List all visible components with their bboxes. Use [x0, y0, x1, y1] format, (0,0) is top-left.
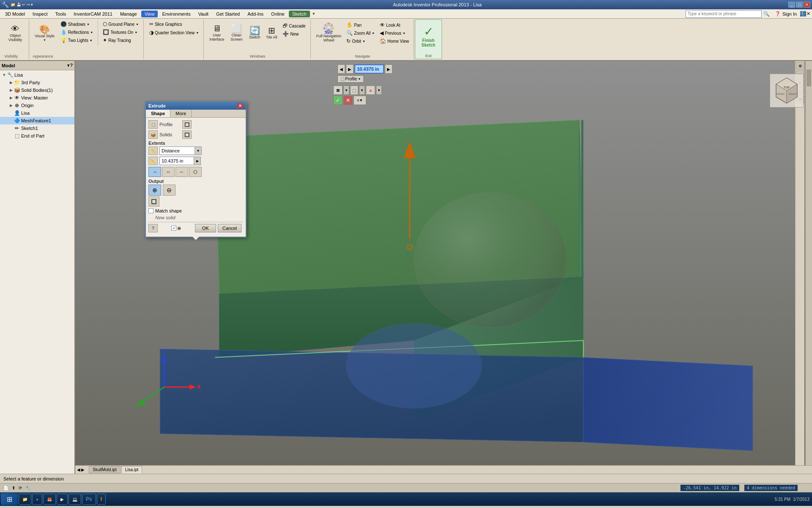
help-icon[interactable]: ❓ — [775, 11, 781, 17]
extrude-dir-2-btn[interactable]: ↔ — [162, 167, 175, 177]
minimize-btn[interactable]: _ — [788, 2, 795, 8]
orbit-btn[interactable]: ↻ Orbit ▼ — [344, 37, 377, 45]
extrude-tab-more[interactable]: More — [170, 110, 192, 117]
previous-btn[interactable]: ◀ Previous ▼ — [378, 29, 411, 37]
pan-btn[interactable]: ✋ Pan — [344, 21, 377, 29]
search-icon[interactable]: 🔍 — [763, 11, 770, 17]
tree-item-3rdparty[interactable]: ▶ 📁 3rd Party — [0, 79, 74, 86]
extrude-help-btn[interactable]: ? — [148, 224, 158, 232]
user-interface-btn[interactable]: 🖥 User Interface — [207, 20, 226, 45]
status-icon-1[interactable]: 📄 — [3, 486, 8, 490]
shadows-btn[interactable]: 🌑 Shadows ▼ — [58, 20, 95, 28]
menu-vault[interactable]: Vault — [195, 11, 212, 17]
taskbar-virtual-btn[interactable]: 💻 — [69, 494, 81, 505]
home-view-btn[interactable]: 🏠 Home View — [378, 37, 411, 45]
vp-arrow-btn[interactable]: ▶ — [385, 64, 392, 74]
menu-inspect[interactable]: Inspect — [29, 11, 51, 17]
extrude-cut-btn[interactable]: ⊖ — [163, 185, 176, 196]
object-visibility-btn[interactable]: 👁 ObjectVisibility — [4, 20, 26, 46]
status-icon-2[interactable]: ⬆ — [12, 486, 15, 490]
menu-addins[interactable]: Add-Ins — [244, 11, 267, 17]
extrude-profile-select-btn[interactable]: 🔲 — [182, 120, 192, 129]
tile-all-btn[interactable]: ⊞ Tile All — [263, 20, 280, 45]
extrude-type-icon[interactable]: 📏 — [148, 146, 158, 155]
zoom-all-btn[interactable]: 🔍 Zoom All ▼ — [344, 29, 377, 37]
menu-view[interactable]: View — [141, 11, 158, 17]
extrude-ok-btn[interactable]: OK — [195, 224, 216, 232]
extrude-join-btn[interactable]: ⊕ — [148, 185, 161, 196]
vpt3-confirm-btn[interactable]: ✓ — [333, 96, 343, 105]
taskbar-explorer-btn[interactable]: 📁 — [19, 494, 31, 505]
extrude-value-arrow[interactable]: ▶ — [194, 157, 200, 165]
vpt-btn3[interactable]: 🔺 — [366, 86, 375, 95]
menu-inventorcam[interactable]: InventorCAM 2011 — [70, 11, 116, 17]
taskbar-inventor-btn[interactable]: I — [97, 494, 106, 505]
taskbar-media-btn[interactable]: ▶ — [57, 494, 68, 505]
tree-item-lisa[interactable]: 👤 Lisa — [0, 109, 74, 117]
extrude-match-shape-checkbox[interactable] — [148, 208, 154, 213]
vpt-dropdown2[interactable]: ▼ — [359, 86, 365, 95]
extrude-profile-icon[interactable]: ⬚ — [148, 120, 158, 129]
vpt-btn2[interactable]: ⬚ — [350, 86, 358, 95]
visual-style-btn[interactable]: 🎨 Visual Style ▼ — [33, 20, 57, 46]
cube-indicator[interactable]: TOP RIGHT FRONT — [770, 74, 804, 108]
vpt-btn1[interactable]: 🔳 — [333, 86, 343, 95]
ground-plane-btn[interactable]: ⬡ Ground Plane ▼ — [101, 20, 141, 28]
tree-item-endofpart[interactable]: ⬚ End of Part — [0, 132, 74, 140]
clean-screen-btn[interactable]: ⬜ Clean Screen — [227, 20, 246, 45]
tree-item-origin[interactable]: ▶ ⊕ Origin — [0, 102, 74, 109]
vpt-dropdown1[interactable]: ▼ — [343, 86, 349, 95]
extrude-value-field[interactable] — [160, 158, 194, 163]
search-input[interactable] — [686, 10, 762, 18]
switch-btn[interactable]: 🔄 Switch — [247, 20, 263, 45]
vpt3-cancel-btn[interactable]: ✕ — [343, 96, 353, 105]
viewport-tab-lisa[interactable]: Lisa.ipt — [121, 466, 143, 473]
menu-3dmodel[interactable]: 3D Model — [2, 11, 28, 17]
menu-manage[interactable]: Manage — [117, 11, 140, 17]
menu-environments[interactable]: Environments — [159, 11, 194, 17]
right-scrollbar[interactable] — [805, 61, 812, 474]
status-icon-3[interactable]: ⟳ — [19, 486, 22, 490]
tree-item-viewmaster[interactable]: ▶ 👁 View: Master — [0, 94, 74, 102]
taskbar-chrome-btn[interactable]: ● — [32, 494, 42, 505]
menu-sketch[interactable]: Sketch — [289, 11, 310, 17]
window-max-btn[interactable]: □ — [803, 11, 806, 17]
reflections-btn[interactable]: 💧 Reflections ▼ — [58, 28, 95, 36]
tree-item-solidbodies[interactable]: ▶ 📦 Solid Bodies(1) — [0, 86, 74, 94]
scrollbar-thumb[interactable] — [807, 69, 811, 86]
extrude-type-dropdown-arrow[interactable]: ▼ — [195, 147, 201, 155]
extrude-close-btn[interactable]: ✕ — [237, 103, 243, 108]
extrude-solids-icon[interactable]: 📦 — [148, 130, 158, 139]
extrude-value-icon[interactable]: 📐 — [148, 157, 158, 165]
profile-dropdown[interactable]: ⬚ Profile ▼ — [337, 75, 364, 83]
tree-help-icon[interactable]: ? — [70, 63, 73, 68]
taskbar-firefox-btn[interactable]: 🦊 — [43, 494, 56, 505]
extrude-dir-3-btn[interactable]: ← — [176, 167, 188, 177]
vp-prev-btn[interactable]: ◀ — [337, 64, 345, 74]
extrude-value-input[interactable]: 10.4375 in — [354, 64, 384, 74]
look-at-btn[interactable]: 👁 Look At — [378, 21, 411, 29]
window-close-btn[interactable]: ✕ — [807, 11, 810, 17]
window-controls[interactable]: _ □ ✕ — [788, 2, 810, 8]
tree-expand-icon[interactable]: ▾ — [67, 63, 69, 68]
extrude-cancel-btn[interactable]: Cancel — [218, 224, 241, 232]
extrude-bottom-checkbox[interactable]: ✓ — [171, 226, 176, 231]
viewport[interactable]: Z X Y ◀ ▶ 10.4375 in ▶ ⬚ Profile — [75, 61, 812, 474]
tab-nav-left[interactable]: ◀ — [77, 467, 80, 472]
ray-tracing-btn[interactable]: ✦ Ray Tracing — [101, 36, 141, 44]
extrude-type-dropdown[interactable]: Distance ▼ — [159, 146, 202, 155]
tree-item-meshfeature1[interactable]: 🔷 MeshFeature1 — [0, 117, 74, 124]
textures-btn[interactable]: 🔲 Textures On ▼ — [101, 28, 141, 36]
lighting-btn[interactable]: 💡 Two Lights ▼ — [58, 36, 95, 44]
vpt-dropdown3[interactable]: ▼ — [376, 86, 382, 95]
cascade-btn[interactable]: 🗗 Cascade — [280, 22, 307, 30]
tree-item-root[interactable]: ▼ 🔧 Lisa — [0, 71, 74, 79]
new-btn[interactable]: ➕ New — [280, 30, 307, 38]
start-button[interactable]: ⊞ — [1, 493, 18, 505]
window-float-btn[interactable]: _ — [800, 11, 803, 17]
tab-nav-right[interactable]: ▶ — [81, 467, 85, 472]
slice-graphics-btn[interactable]: ✂ Slice Graphics — [147, 20, 184, 28]
menu-tools[interactable]: Tools — [52, 11, 70, 17]
extrude-tab-shape[interactable]: Shape — [146, 110, 170, 117]
vp-next-btn[interactable]: ▶ — [346, 64, 354, 74]
